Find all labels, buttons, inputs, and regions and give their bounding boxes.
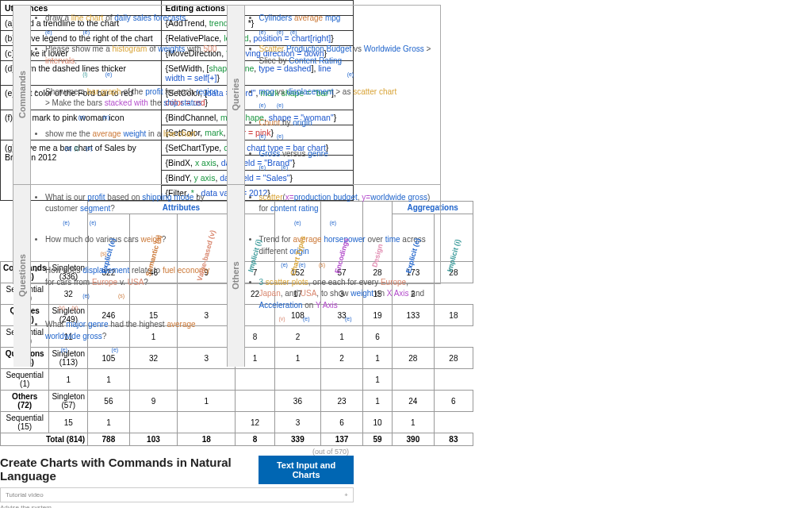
plus-icon[interactable]: +	[344, 491, 348, 498]
commands-quad: Commands draw a line chart of daily sale…	[13, 6, 228, 184]
questions-tab: Questions	[17, 254, 27, 297]
utterance-examples-panel: Commands draw a line chart of daily sale…	[13, 5, 441, 284]
tutorial-label: Tutorial video	[6, 491, 44, 498]
tutorial-bar[interactable]: Tutorial video+	[0, 487, 354, 502]
nl-chart-interface: Create Charts with Commands in Natural L…	[0, 456, 354, 508]
commands-tab: Commands	[17, 71, 27, 118]
attr-row: Sequential (15)1511236101	[1, 412, 473, 433]
others-list: scatter(x=production budget, y=worldwide…	[245, 185, 441, 367]
out-of-label: (out of 570)	[0, 446, 349, 456]
commands-list: draw a line chart of daily sales forecas…	[31, 6, 227, 184]
attr-row: Total (814)7881031883391375939083	[1, 433, 473, 446]
queries-tab: Queries	[231, 79, 240, 111]
attr-row: Others(72)Singleton (57)569136231246	[1, 391, 473, 412]
others-quad: Others scatter(x=production budget, y=wo…	[228, 185, 441, 367]
nl-title: Create Charts with Commands in Natural L…	[0, 456, 259, 483]
others-tab: Others	[231, 261, 240, 289]
queries-quad: Queries Cylinders average mpg(e) (e) (e)…	[228, 6, 441, 184]
text-input-button[interactable]: Text Input and Charts	[259, 456, 354, 484]
questions-quad: Questions What is our profit based on sh…	[13, 185, 228, 367]
attr-row: Sequential (1)111	[1, 369, 473, 391]
queries-list: Cylinders average mpg(e) (e) (e) Scatter…	[245, 6, 441, 184]
advise-label: Advise the system	[0, 504, 354, 508]
